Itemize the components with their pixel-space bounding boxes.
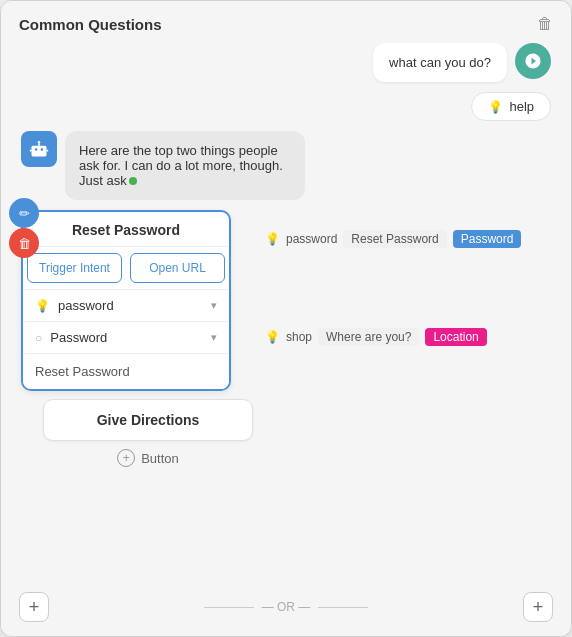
trigger-intent-tab[interactable]: Trigger Intent [27,253,122,283]
chevron-icon-2: ▾ [211,331,217,344]
tag-bulb-1: 💡 [265,232,280,246]
footer-or-divider: — OR — [204,600,369,614]
tag-row-1: 💡 password Reset Password Password [265,230,521,248]
header: Common Questions 🗑 [1,1,571,43]
suggestion-chip[interactable]: 💡 help [471,92,551,121]
bot-bubble: Here are the top two things people ask f… [65,131,305,200]
dropdown1-label: password [58,298,114,313]
delete-intent-button[interactable]: 🗑 [9,228,39,258]
user-message-row: what can you do? [21,43,551,82]
card-tabs: Trigger Intent Open URL [23,247,229,290]
svg-rect-2 [41,148,44,151]
give-directions-card[interactable]: Give Directions [43,399,253,441]
add-button-row: + Button [43,449,253,467]
card-title: Reset Password [23,212,229,247]
footer-add-right-button[interactable]: + [523,592,553,622]
tag-label-1: password [286,232,337,246]
or-label: — OR — [262,600,311,614]
edit-intent-button[interactable]: ✏ [9,198,39,228]
svg-rect-1 [35,148,38,151]
footer: + — OR — + [1,582,571,636]
card-action-label: Reset Password [23,354,229,389]
footer-plus-left: + [29,597,40,618]
tag-chip-4: Location [425,328,486,346]
bot-avatar [21,131,57,167]
give-directions-label: Give Directions [97,412,200,428]
user-message-text: what can you do? [389,55,491,70]
reset-password-card-wrapper: ✏ 🗑 Reset Password Trigger Intent Open U… [21,210,253,391]
user-bubble: what can you do? [373,43,507,82]
password-dropdown-2[interactable]: ○ Password ▾ [23,322,229,354]
tag-row-2: 💡 shop Where are you? Location [265,328,521,346]
svg-point-4 [38,141,41,144]
bot-message-text: Here are the top two things people ask f… [79,143,283,188]
plus-circle-icon: + [117,449,135,467]
dropdown2-label: Password [50,330,107,345]
page-title: Common Questions [19,16,162,33]
right-tags-area: 💡 password Reset Password Password 💡 sho… [265,210,521,346]
main-window: Common Questions 🗑 what can you do? 💡 he… [0,0,572,637]
password-dropdown-1[interactable]: 💡 password ▾ [23,290,229,322]
bot-message-row: Here are the top two things people ask f… [21,131,551,200]
footer-add-left-button[interactable]: + [19,592,49,622]
content-area: what can you do? 💡 help [1,43,571,582]
circle-icon: ○ [35,331,42,345]
chevron-icon-1: ▾ [211,299,217,312]
svg-rect-0 [32,146,47,157]
open-url-tab[interactable]: Open URL [130,253,225,283]
footer-plus-right: + [533,597,544,618]
suggestion-label: help [509,99,534,114]
reset-password-card: Reset Password Trigger Intent Open URL 💡… [21,210,231,391]
add-button-chip[interactable]: + Button [117,449,179,467]
tag-label-2: shop [286,330,312,344]
lightbulb-icon: 💡 [488,100,503,114]
tag-chip-2: Password [453,230,522,248]
tag-chip-1: Reset Password [343,230,446,248]
delete-icon[interactable]: 🗑 [537,15,553,33]
bulb-icon-1: 💡 [35,299,50,313]
user-avatar [515,43,551,79]
tag-bulb-2: 💡 [265,330,280,344]
online-dot [129,177,137,185]
intents-area: ✏ 🗑 Reset Password Trigger Intent Open U… [21,210,551,467]
tag-chip-3: Where are you? [318,328,419,346]
add-button-label: Button [141,451,179,466]
